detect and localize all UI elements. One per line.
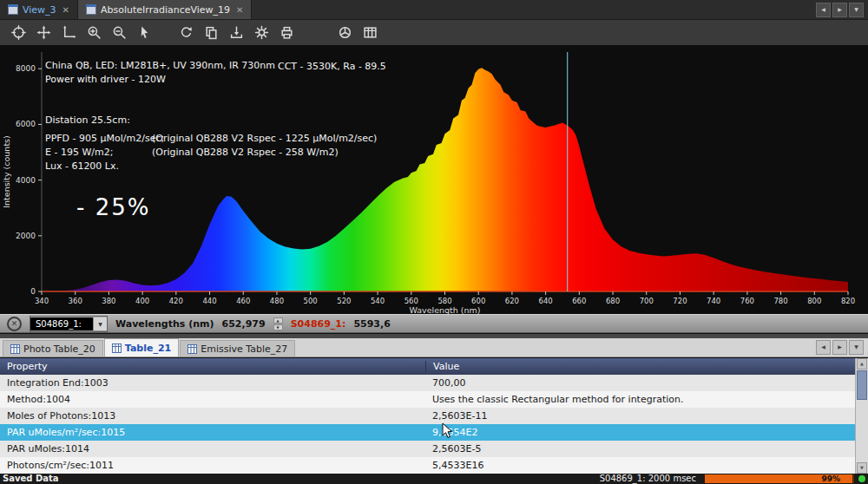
app-window: View_3 ✕ AbsoluteIrradianceView_19 ✕ ◀ ▶…: [0, 0, 868, 484]
svg-text:680: 680: [606, 297, 620, 305]
value-cell: 9,0554E2: [425, 427, 477, 438]
pointer-tool-icon[interactable]: [133, 23, 155, 43]
panel-window-controls: ◀ ▶ ▼: [812, 338, 868, 356]
scroll-left-button[interactable]: ◀: [816, 340, 831, 355]
svg-text:640: 640: [539, 297, 553, 305]
property-cell: PAR uMoles:1014: [0, 443, 425, 455]
scrollbar-up-icon[interactable]: ▲: [857, 358, 867, 370]
svg-text:340: 340: [35, 297, 49, 305]
center-view-icon[interactable]: [7, 23, 30, 43]
table-header: Property Value: [0, 358, 855, 375]
tab-label: Photo Table_20: [23, 343, 95, 355]
annotation-power: Power with driver - 120W: [45, 74, 166, 85]
tab-label: Emissive Table_27: [201, 343, 287, 355]
acquisition-progress-bar: 99%: [705, 474, 854, 483]
svg-text:480: 480: [270, 297, 284, 305]
color-wheel-icon[interactable]: [333, 23, 356, 43]
chevron-down-icon[interactable]: ▼: [93, 317, 107, 330]
annotation-delta-percent: - 25%: [76, 194, 150, 220]
tab-table-21[interactable]: Table_21: [104, 338, 179, 356]
table-body: Integration End:1003 700,00 Method:1004 …: [0, 375, 855, 474]
annotation-ppfd: PPFD - 905 µMol/m2/sec;: [45, 133, 164, 144]
table-view-icon[interactable]: [358, 23, 381, 43]
tab-menu-button[interactable]: ▼: [849, 3, 864, 17]
cursor-status-strip: ✕ S04869_1: ▼ Wavelengths (nm) 652,979 ▲…: [0, 314, 868, 333]
window-controls: ◀ ▶ ▼: [812, 0, 868, 19]
svg-text:780: 780: [773, 297, 787, 305]
annotation-distance: Distation 25.5cm:: [45, 114, 130, 126]
table-row[interactable]: Integration End:1003 700,00: [0, 375, 855, 391]
column-header-property[interactable]: Property: [0, 361, 425, 372]
table-scrollbar[interactable]: ▲ ▼: [855, 358, 868, 474]
window-icon: [86, 4, 96, 15]
scroll-right-button[interactable]: ▶: [832, 340, 847, 355]
pan-icon[interactable]: [32, 23, 55, 43]
table-row[interactable]: Moles of Photons:1013 2,5603E-11: [0, 408, 855, 424]
wavelength-spinner[interactable]: ▲ ▼: [273, 317, 283, 330]
status-message: Saved Data: [0, 474, 58, 484]
series-cursor-value: 5593,6: [353, 318, 390, 330]
column-header-value[interactable]: Value: [425, 361, 459, 372]
table-icon: [187, 344, 197, 354]
tab-photo-table[interactable]: Photo Table_20: [3, 340, 103, 356]
print-icon[interactable]: [275, 23, 298, 43]
remove-cursor-icon[interactable]: ✕: [7, 317, 22, 331]
save-graph-icon[interactable]: [225, 23, 247, 43]
device-connected-icon: [858, 475, 865, 482]
document-tab-bar: View_3 ✕ AbsoluteIrradianceView_19 ✕ ◀ ▶…: [0, 0, 868, 20]
table-row[interactable]: Photons/cm²/sec:1011 5,4533E16: [0, 457, 855, 474]
svg-text:560: 560: [404, 297, 418, 305]
annotation-led-description: China QB, LED: LM281B+, UV 390nm, IR 730…: [45, 60, 275, 71]
tab-menu-button[interactable]: ▼: [849, 340, 864, 355]
property-cell: PAR uMoles/m²/sec:1015: [0, 427, 425, 438]
close-tab-icon[interactable]: ✕: [62, 5, 69, 15]
table-icon: [10, 344, 20, 354]
scroll-right-button[interactable]: ▶: [832, 3, 847, 17]
move-axes-icon[interactable]: [57, 23, 80, 43]
scroll-left-button[interactable]: ◀: [816, 3, 831, 17]
refresh-icon[interactable]: [174, 23, 197, 43]
tab-label: AbsoluteIrradianceView_19: [101, 4, 230, 16]
copy-graph-icon[interactable]: [200, 23, 222, 43]
value-cell: 5,4533E16: [425, 460, 483, 471]
zoom-out-icon[interactable]: [108, 23, 130, 43]
svg-text:360: 360: [69, 297, 82, 305]
close-tab-icon[interactable]: ✕: [236, 5, 243, 15]
table-row[interactable]: PAR uMoles/m²/sec:1015 9,0554E2: [0, 424, 855, 441]
svg-text:540: 540: [371, 297, 385, 305]
annotation-irradiance-reference: (Original QB288 V2 Rspec - 258 W/m2): [152, 147, 339, 158]
zoom-in-icon[interactable]: [82, 23, 105, 43]
svg-text:2000: 2000: [16, 232, 36, 240]
table-row[interactable]: PAR uMoles:1014 2,5603E-5: [0, 441, 855, 457]
table-icon: [112, 343, 122, 353]
scrollbar-thumb[interactable]: [857, 370, 867, 400]
svg-text:420: 420: [169, 297, 183, 305]
svg-text:760: 760: [740, 297, 754, 305]
svg-text:820: 820: [841, 297, 855, 305]
tab-absolute-irradiance-view[interactable]: AbsoluteIrradianceView_19 ✕: [77, 0, 252, 19]
svg-text:600: 600: [471, 297, 485, 305]
scrollbar-down-icon[interactable]: ▼: [857, 462, 867, 474]
svg-text:700: 700: [640, 297, 654, 305]
property-cell: Integration End:1003: [0, 377, 425, 389]
annotation-ppfd-reference: (Original QB288 V2 Rspec - 1225 µMol/m2/…: [152, 133, 377, 144]
property-cell: Method:1004: [0, 394, 425, 405]
value-cell: 2,5603E-5: [425, 443, 481, 455]
status-bar: Saved Data S04869_1: 2000 msec 99%: [0, 474, 868, 484]
table-panel-tab-bar: Photo Table_20 Table_21 Emissive Table_2…: [0, 338, 868, 357]
spinner-up-icon[interactable]: ▲: [273, 317, 283, 324]
spectrum-source-dropdown[interactable]: S04869_1: ▼: [30, 316, 108, 332]
svg-text:440: 440: [202, 297, 216, 305]
annotation-lux: Lux - 61200 Lx.: [45, 160, 119, 172]
spectrum-chart[interactable]: 0200040006000800034036038040042044046048…: [0, 45, 868, 314]
svg-text:720: 720: [673, 297, 687, 305]
tab-view-3[interactable]: View_3 ✕: [0, 0, 77, 19]
spinner-down-icon[interactable]: ▼: [273, 324, 283, 330]
settings-gear-icon[interactable]: [250, 23, 273, 43]
svg-text:800: 800: [807, 297, 821, 305]
table-row[interactable]: Method:1004 Uses the classic Rectangular…: [0, 391, 855, 408]
svg-text:460: 460: [236, 297, 250, 305]
svg-text:6000: 6000: [16, 120, 36, 128]
tab-emissive-table[interactable]: Emissive Table_27: [180, 340, 295, 356]
svg-text:380: 380: [102, 297, 115, 305]
